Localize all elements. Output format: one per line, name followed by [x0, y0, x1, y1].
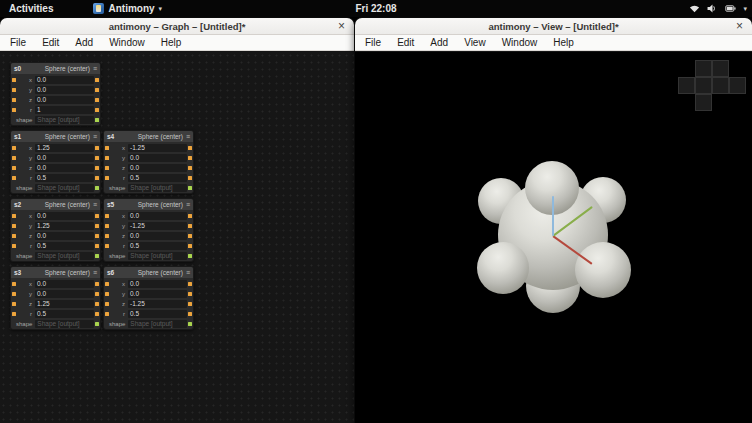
datum-value-field[interactable]: 0.0 — [128, 164, 187, 172]
shape-output-port[interactable] — [188, 254, 192, 258]
output-port[interactable] — [95, 88, 99, 92]
menu-item[interactable]: Help — [545, 35, 582, 51]
output-port[interactable] — [188, 214, 192, 218]
menu-item[interactable]: Edit — [389, 35, 422, 51]
datum-value-field[interactable]: 0.5 — [35, 310, 94, 318]
datum-value-field[interactable]: 0.0 — [128, 212, 187, 220]
output-port[interactable] — [188, 234, 192, 238]
shape-output-port[interactable] — [95, 118, 99, 122]
menu-item[interactable]: Help — [153, 35, 190, 51]
graph-node[interactable]: s2 Sphere (center) x 0.0 y 1.25 z 0.0 r … — [10, 198, 101, 262]
datum-value-field[interactable]: 0.5 — [35, 174, 94, 182]
output-port[interactable] — [95, 176, 99, 180]
menu-item[interactable]: Edit — [34, 35, 67, 51]
datum-value-field[interactable]: 0.0 — [35, 86, 94, 94]
menu-item[interactable]: Add — [67, 35, 101, 51]
node-header[interactable]: s6 Sphere (center) — [104, 267, 193, 278]
graph-canvas[interactable]: s0 Sphere (center) x 0.0 y 0.0 z 0.0 r 1… — [0, 52, 354, 423]
graph-node[interactable]: s3 Sphere (center) x 0.0 y 0.0 z 1.25 r … — [10, 266, 101, 330]
output-port[interactable] — [95, 108, 99, 112]
datum-value-field[interactable]: -1.25 — [128, 144, 187, 152]
hamburger-menu-icon[interactable] — [93, 63, 97, 74]
system-status-area[interactable]: ▾ — [689, 0, 747, 17]
close-button[interactable]: × — [733, 18, 746, 34]
datum-value-field[interactable]: 0.0 — [128, 232, 187, 240]
activities-button[interactable]: Activities — [0, 0, 62, 17]
datum-value-field[interactable]: 0.0 — [35, 212, 94, 220]
output-port[interactable] — [188, 166, 192, 170]
shape-output-port[interactable] — [95, 186, 99, 190]
output-port[interactable] — [95, 98, 99, 102]
datum-value-field[interactable]: 0.0 — [128, 154, 187, 162]
datum-value-field[interactable]: 1.25 — [35, 300, 94, 308]
view-selector-cell[interactable] — [729, 77, 746, 94]
output-port[interactable] — [188, 176, 192, 180]
menu-item[interactable]: View — [456, 35, 494, 51]
close-button[interactable]: × — [335, 18, 348, 34]
output-port[interactable] — [188, 282, 192, 286]
output-port[interactable] — [95, 224, 99, 228]
shape-output-port[interactable] — [188, 322, 192, 326]
graph-node[interactable]: s6 Sphere (center) x 0.0 y 0.0 z -1.25 r… — [103, 266, 194, 330]
clock[interactable]: Fri 22:08 — [355, 3, 396, 14]
output-port[interactable] — [188, 292, 192, 296]
node-header[interactable]: s2 Sphere (center) — [11, 199, 100, 210]
datum-value-field[interactable]: 0.0 — [35, 290, 94, 298]
hamburger-menu-icon[interactable] — [186, 131, 190, 142]
output-port[interactable] — [95, 292, 99, 296]
datum-value-field[interactable]: 0.0 — [128, 290, 187, 298]
graph-node[interactable]: s5 Sphere (center) x 0.0 y -1.25 z 0.0 r… — [103, 198, 194, 262]
datum-value-field[interactable]: 0.0 — [35, 76, 94, 84]
output-port[interactable] — [95, 234, 99, 238]
view-selector-cell[interactable] — [712, 77, 729, 94]
output-port[interactable] — [188, 312, 192, 316]
datum-value-field[interactable]: 0.5 — [128, 242, 187, 250]
view-selector-cell[interactable] — [695, 77, 712, 94]
output-port[interactable] — [95, 146, 99, 150]
view-titlebar[interactable]: antimony – View – [Untitled]* × — [355, 18, 752, 35]
output-port[interactable] — [188, 244, 192, 248]
menu-item[interactable]: Add — [422, 35, 456, 51]
output-port[interactable] — [188, 156, 192, 160]
view-selector-cell[interactable] — [695, 60, 712, 77]
hamburger-menu-icon[interactable] — [93, 199, 97, 210]
shape-output-port[interactable] — [95, 322, 99, 326]
menu-item[interactable]: File — [2, 35, 34, 51]
viewport-3d[interactable] — [355, 52, 752, 423]
output-port[interactable] — [95, 214, 99, 218]
datum-value-field[interactable]: 0.5 — [128, 310, 187, 318]
output-port[interactable] — [188, 146, 192, 150]
datum-value-field[interactable]: 0.0 — [35, 96, 94, 104]
menu-item[interactable]: Window — [101, 35, 153, 51]
output-port[interactable] — [95, 156, 99, 160]
hamburger-menu-icon[interactable] — [93, 131, 97, 142]
shape-output-port[interactable] — [95, 254, 99, 258]
view-selector-cell[interactable] — [695, 94, 712, 111]
graph-node[interactable]: s4 Sphere (center) x -1.25 y 0.0 z 0.0 r… — [103, 130, 194, 194]
view-selector-cell[interactable] — [678, 77, 695, 94]
datum-value-field[interactable]: 1.25 — [35, 144, 94, 152]
node-header[interactable]: s3 Sphere (center) — [11, 267, 100, 278]
output-port[interactable] — [95, 166, 99, 170]
graph-titlebar[interactable]: antimony – Graph – [Untitled]* × — [0, 18, 354, 35]
shape-output-port[interactable] — [188, 186, 192, 190]
node-header[interactable]: s5 Sphere (center) — [104, 199, 193, 210]
datum-value-field[interactable]: 0.5 — [128, 174, 187, 182]
app-menu-button[interactable]: Antimony ▾ — [88, 0, 167, 17]
output-port[interactable] — [188, 224, 192, 228]
node-header[interactable]: s1 Sphere (center) — [11, 131, 100, 142]
datum-value-field[interactable]: 0.0 — [35, 164, 94, 172]
datum-value-field[interactable]: 0.0 — [35, 154, 94, 162]
datum-value-field[interactable]: 0.0 — [128, 280, 187, 288]
node-header[interactable]: s0 Sphere (center) — [11, 63, 100, 74]
datum-value-field[interactable]: 0.0 — [35, 280, 94, 288]
output-port[interactable] — [95, 282, 99, 286]
datum-value-field[interactable]: -1.25 — [128, 300, 187, 308]
output-port[interactable] — [95, 302, 99, 306]
datum-value-field[interactable]: 1.25 — [35, 222, 94, 230]
view-selector-cell[interactable] — [712, 60, 729, 77]
output-port[interactable] — [95, 78, 99, 82]
hamburger-menu-icon[interactable] — [186, 199, 190, 210]
datum-value-field[interactable]: 0.5 — [35, 242, 94, 250]
graph-node[interactable]: s0 Sphere (center) x 0.0 y 0.0 z 0.0 r 1… — [10, 62, 101, 126]
